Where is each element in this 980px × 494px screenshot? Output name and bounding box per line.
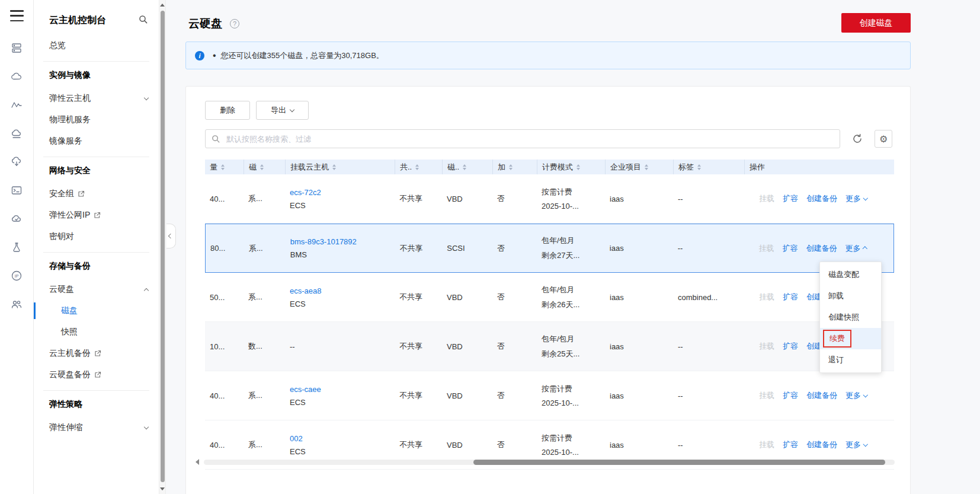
chevron-up-icon [144, 288, 149, 292]
more-action-open[interactable]: 更多 [845, 243, 867, 254]
cell-tag: -- [673, 441, 744, 450]
server-link[interactable]: 002 [290, 434, 395, 443]
cell-mode: VBD [442, 195, 492, 203]
create-disk-button[interactable]: 创建磁盘 [841, 13, 911, 33]
column-billing[interactable]: 计费模式 [537, 160, 605, 174]
cloud-check-icon[interactable] [10, 212, 23, 225]
ip-icon[interactable]: IP [10, 269, 23, 282]
sidebar-item-overview[interactable]: 总览 [34, 35, 159, 56]
menu-item-unsubscribe[interactable]: 退订 [820, 349, 881, 371]
cell-billing: 按需计费2025-10-... [537, 384, 605, 407]
sidebar-search-icon[interactable] [139, 15, 148, 27]
bullet: • [213, 50, 216, 61]
column-shared[interactable]: 共.. [395, 160, 442, 174]
sidebar-item-evs[interactable]: 云硬盘 [34, 279, 159, 300]
server-icon[interactable] [10, 42, 23, 55]
info-icon: i [195, 51, 204, 60]
cell-attribute: 数... [244, 341, 285, 352]
menu-item-detach[interactable]: 卸载 [820, 285, 881, 307]
column-tag[interactable]: 标签 [673, 160, 744, 174]
sidebar-item-keypair[interactable]: 密钥对 [34, 226, 159, 247]
backup-action[interactable]: 创建备份 [806, 243, 837, 254]
sort-icon [415, 164, 419, 170]
vpc-cloud-icon[interactable] [10, 127, 23, 140]
cell-server: ecs-aea8ECS [285, 286, 395, 308]
page-title: 云硬盘 [188, 16, 222, 31]
horizontal-scrollbar-track[interactable] [204, 460, 895, 465]
expand-action[interactable]: 扩容 [783, 292, 798, 302]
sidebar-divider [43, 157, 149, 157]
refresh-button[interactable] [849, 130, 866, 147]
expand-action[interactable]: 扩容 [783, 341, 798, 352]
sidebar-item-snapshot[interactable]: 快照 [34, 321, 159, 343]
cell-project: iaas [605, 244, 673, 253]
cloud-download-icon[interactable] [10, 155, 23, 168]
console-icon[interactable] [10, 184, 23, 197]
horizontal-scrollbar[interactable] [196, 458, 895, 466]
cell-mode: VBD [442, 391, 492, 400]
cloud-icon[interactable] [10, 70, 23, 83]
cell-capacity: 10... [205, 342, 244, 351]
column-mode[interactable]: 磁.. [442, 160, 492, 174]
column-encrypted[interactable]: 加 [492, 160, 537, 174]
sidebar-item-vbs[interactable]: 云硬盘备份 [34, 364, 159, 385]
sidebar-item-security-group[interactable]: 安全组 [34, 183, 159, 205]
more-action[interactable]: 更多 [846, 439, 867, 450]
menu-item-renew[interactable]: 续费 [820, 328, 881, 349]
backup-action[interactable]: 创建备份 [806, 193, 837, 204]
cell-tag: combined... [673, 293, 744, 302]
sidebar-item-csbs[interactable]: 云主机备份 [34, 343, 159, 364]
settings-button[interactable]: ⚙ [875, 130, 892, 148]
cell-encrypted: 否 [492, 243, 537, 254]
column-server[interactable]: 挂载云主机 [285, 160, 395, 174]
search-box[interactable] [205, 129, 840, 148]
cell-encrypted: 否 [492, 439, 537, 450]
vertical-scrollbar[interactable] [159, 0, 166, 494]
expand-action[interactable]: 扩容 [782, 243, 798, 254]
expand-action[interactable]: 扩容 [783, 390, 798, 401]
monitor-wave-icon[interactable] [10, 98, 23, 111]
sidebar-item-ims[interactable]: 镜像服务 [34, 130, 159, 152]
server-link[interactable]: ecs-72c2 [290, 188, 395, 197]
backup-action[interactable]: 创建备份 [806, 439, 837, 450]
export-button[interactable]: 导出 [256, 101, 309, 120]
expand-action[interactable]: 扩容 [783, 193, 798, 204]
more-action[interactable]: 更多 [846, 193, 867, 204]
hamburger-menu-icon[interactable] [10, 10, 24, 21]
external-link-icon [94, 212, 101, 219]
column-project[interactable]: 企业项目 [605, 160, 673, 174]
attach-action: 挂载 [759, 193, 774, 204]
sidebar-item-ecs[interactable]: 弹性云主机 [34, 88, 159, 109]
scroll-left-arrow-icon[interactable] [196, 459, 199, 465]
sidebar-collapse-handle[interactable] [166, 224, 176, 248]
renew-highlight-box[interactable]: 续费 [823, 330, 851, 348]
server-link[interactable]: ecs-caee [290, 385, 395, 394]
help-icon[interactable]: ? [230, 19, 239, 28]
sidebar-item-disk[interactable]: 磁盘 [34, 300, 159, 321]
sidebar-item-bms[interactable]: 物理机服务 [34, 109, 159, 130]
delete-button[interactable]: 删除 [205, 101, 250, 120]
flask-icon[interactable] [10, 241, 23, 254]
menu-item-create-snapshot[interactable]: 创建快照 [820, 307, 881, 328]
sidebar-item-eip[interactable]: 弹性公网IP [34, 205, 159, 226]
backup-action[interactable]: 创建备份 [806, 390, 837, 401]
cell-attribute: 系... [244, 193, 285, 204]
users-icon[interactable] [10, 298, 23, 311]
column-attribute[interactable]: 磁 [244, 160, 285, 174]
cell-actions: 挂载 扩容 创建备份 更多 [744, 439, 894, 450]
scroll-up-arrow-icon[interactable] [160, 4, 165, 7]
search-input[interactable] [225, 134, 834, 144]
sidebar-item-as[interactable]: 弹性伸缩 [34, 417, 159, 438]
expand-action[interactable]: 扩容 [783, 439, 798, 450]
more-action[interactable]: 更多 [846, 390, 867, 401]
scroll-down-arrow-icon[interactable] [160, 487, 165, 490]
cell-encrypted: 否 [492, 390, 537, 401]
gear-icon: ⚙ [879, 133, 888, 145]
horizontal-scrollbar-thumb[interactable] [473, 460, 885, 465]
server-link[interactable]: ecs-aea8 [290, 286, 395, 295]
server-link[interactable]: bms-89c3-1017892 [290, 237, 395, 246]
vertical-scrollbar-thumb[interactable] [161, 11, 165, 482]
quota-text: 您还可以创建355个磁盘，总容量为30,718GB。 [221, 50, 384, 61]
menu-item-modify-spec[interactable]: 磁盘变配 [820, 264, 881, 285]
column-capacity[interactable]: 量 [205, 160, 244, 174]
